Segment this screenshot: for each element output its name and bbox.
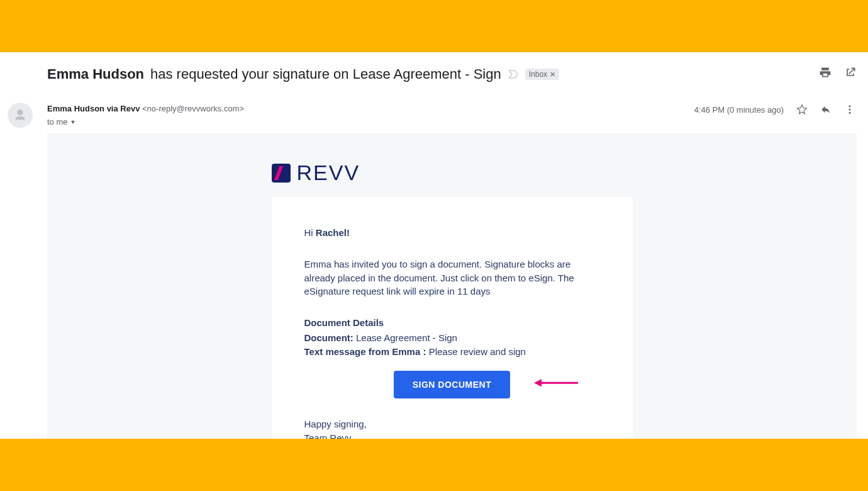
message-line: Text message from Emma : Please review a… bbox=[304, 345, 600, 359]
meta-via: via Revv bbox=[107, 104, 140, 113]
subject-text: has requested your signature on Lease Ag… bbox=[150, 66, 501, 82]
message-value: Please review and sign bbox=[426, 346, 525, 357]
annotation-arrow-icon bbox=[534, 378, 578, 392]
recipient-text: to me bbox=[47, 117, 68, 127]
sign-document-button[interactable]: SIGN DOCUMENT bbox=[394, 371, 511, 398]
revv-logo-mark bbox=[272, 164, 291, 183]
more-icon[interactable] bbox=[844, 104, 855, 115]
svg-point-1 bbox=[849, 109, 851, 111]
meta-sender-email: <no-reply@revvworks.com> bbox=[142, 104, 244, 113]
inbox-label-chip[interactable]: Inbox ✕ bbox=[525, 69, 559, 80]
closing-line2: Team Revv bbox=[304, 431, 600, 439]
inbox-label-text: Inbox bbox=[529, 70, 547, 79]
open-in-new-icon[interactable] bbox=[844, 66, 857, 79]
message-label-prefix: Text message from bbox=[304, 346, 392, 357]
svg-point-2 bbox=[849, 112, 851, 114]
svg-marker-4 bbox=[534, 379, 542, 387]
document-label: Document: bbox=[304, 332, 353, 343]
document-details-title: Document Details bbox=[304, 316, 600, 330]
email-timestamp: 4:46 PM (0 minutes ago) bbox=[694, 105, 784, 115]
svg-point-0 bbox=[849, 105, 851, 107]
inviter-name: Emma bbox=[304, 259, 331, 269]
message-from-name: Emma bbox=[392, 346, 420, 357]
revv-logo-text: REVV bbox=[297, 161, 360, 185]
subject-sender-name: Emma Hudson bbox=[47, 66, 144, 82]
email-content-card: Hi Rachel! Emma has invited you to sign … bbox=[272, 197, 633, 439]
closing-line1: Happy signing, bbox=[304, 417, 600, 431]
reply-icon[interactable] bbox=[820, 104, 832, 115]
sender-avatar[interactable] bbox=[8, 103, 33, 128]
revv-logo: REVV bbox=[272, 161, 360, 185]
document-value: Lease Agreement - Sign bbox=[353, 332, 457, 343]
greeting-line: Hi Rachel! bbox=[304, 226, 600, 240]
document-line: Document: Lease Agreement - Sign bbox=[304, 331, 600, 345]
closing-block: Happy signing, Team Revv bbox=[304, 417, 600, 439]
print-icon[interactable] bbox=[819, 66, 832, 79]
invite-text: has invited you to sign a document. Sign… bbox=[304, 259, 574, 297]
invite-paragraph: Emma has invited you to sign a document.… bbox=[304, 257, 600, 298]
important-marker-icon[interactable] bbox=[508, 68, 520, 81]
meta-sender-name: Emma Hudson bbox=[47, 104, 104, 113]
message-label-suffix: : bbox=[420, 346, 426, 357]
email-body: REVV Hi Rachel! Emma has invited you to … bbox=[47, 133, 857, 439]
star-icon[interactable] bbox=[796, 104, 808, 115]
recipient-dropdown[interactable]: to me ▼ bbox=[47, 117, 855, 127]
greeting-name: Rachel! bbox=[316, 227, 350, 238]
email-subject-row: Emma Hudson has requested your signature… bbox=[47, 66, 855, 82]
chevron-down-icon: ▼ bbox=[70, 119, 76, 125]
close-icon[interactable]: ✕ bbox=[550, 71, 555, 79]
greeting-prefix: Hi bbox=[304, 227, 316, 238]
